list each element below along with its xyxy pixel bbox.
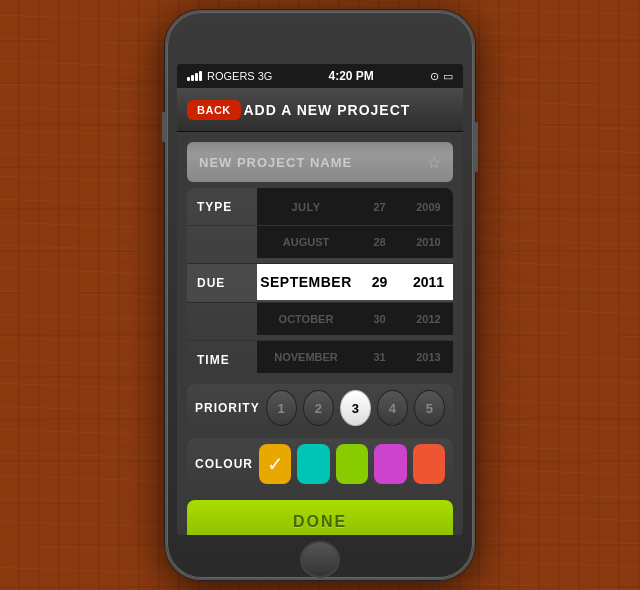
selected-month[interactable]: SEPTEMBER: [257, 274, 355, 290]
year-bottom-2: 2013: [404, 341, 453, 373]
time-label: TIME: [187, 341, 257, 378]
year-top-2: 2009: [404, 191, 453, 223]
signal-bars: [187, 71, 202, 81]
year-above: 2010: [404, 226, 453, 258]
empty-label-2: [187, 303, 257, 340]
day-bottom-2: 31: [355, 341, 404, 373]
project-name-field[interactable]: NEW PROJECT NAME ☆: [187, 142, 453, 182]
colour-swatch-2[interactable]: [297, 444, 329, 484]
favorite-icon[interactable]: ☆: [427, 153, 441, 172]
selected-year[interactable]: 2011: [404, 274, 453, 290]
empty-label-1: [187, 226, 257, 263]
due-row: DUE SEPTEMBER 29 2011: [187, 264, 453, 302]
project-name-placeholder: NEW PROJECT NAME: [199, 155, 352, 170]
page-title: ADD A NEW PROJECT: [241, 102, 413, 118]
month-above: AUGUST: [257, 226, 355, 258]
status-right: ⊙ ▭: [430, 70, 453, 83]
battery-icon: ▭: [443, 70, 453, 83]
colour-row: COLOUR ✓: [187, 438, 453, 490]
below-selected-row: OCTOBER 30 2012: [187, 302, 453, 340]
priority-btn-3[interactable]: 3: [340, 390, 371, 426]
date-picker-block: TYPE JULY 27 2009 AUGUST: [187, 188, 453, 378]
type-row: TYPE JULY 27 2009: [187, 188, 453, 226]
year-below: 2012: [404, 303, 453, 335]
priority-btn-2[interactable]: 2: [303, 390, 334, 426]
month-top-2: JULY: [257, 191, 355, 223]
month-bottom-2: NOVEMBER: [257, 341, 355, 373]
status-time: 4:20 PM: [329, 69, 374, 83]
colour-swatch-3[interactable]: [336, 444, 368, 484]
time-row: TIME NOVEMBER 31 2013: [187, 340, 453, 378]
priority-btn-5[interactable]: 5: [414, 390, 445, 426]
colour-swatch-1[interactable]: ✓: [259, 444, 291, 484]
status-left: ROGERS 3G: [187, 70, 272, 82]
above-selected-row: AUGUST 28 2010: [187, 226, 453, 264]
day-below: 30: [355, 303, 404, 335]
due-label: DUE: [187, 264, 257, 302]
status-bar: ROGERS 3G 4:20 PM ⊙ ▭: [177, 64, 463, 88]
day-above: 28: [355, 226, 404, 258]
selected-day[interactable]: 29: [355, 274, 404, 290]
home-button[interactable]: [300, 541, 340, 578]
content-area: NEW PROJECT NAME ☆ TYPE JULY 27 2009: [177, 132, 463, 535]
phone-frame: ROGERS 3G 4:20 PM ⊙ ▭ BACK ADD A NEW PRO…: [165, 10, 475, 580]
done-button[interactable]: DONE: [187, 500, 453, 535]
phone-screen: ROGERS 3G 4:20 PM ⊙ ▭ BACK ADD A NEW PRO…: [177, 64, 463, 535]
month-below: OCTOBER: [257, 303, 355, 335]
location-icon: ⊙: [430, 70, 439, 83]
priority-btn-1[interactable]: 1: [266, 390, 297, 426]
carrier-text: ROGERS 3G: [207, 70, 272, 82]
type-label: TYPE: [187, 188, 257, 225]
priority-label: PRIORITY: [195, 401, 260, 415]
colour-swatch-5[interactable]: [413, 444, 445, 484]
day-top-2: 27: [355, 191, 404, 223]
priority-btn-4[interactable]: 4: [377, 390, 408, 426]
nav-bar: BACK ADD A NEW PROJECT: [177, 88, 463, 132]
colour-swatch-4[interactable]: [374, 444, 406, 484]
colour-label: COLOUR: [195, 457, 253, 471]
priority-row: PRIORITY 1 2 3 4 5: [187, 384, 453, 432]
back-button[interactable]: BACK: [187, 100, 241, 120]
